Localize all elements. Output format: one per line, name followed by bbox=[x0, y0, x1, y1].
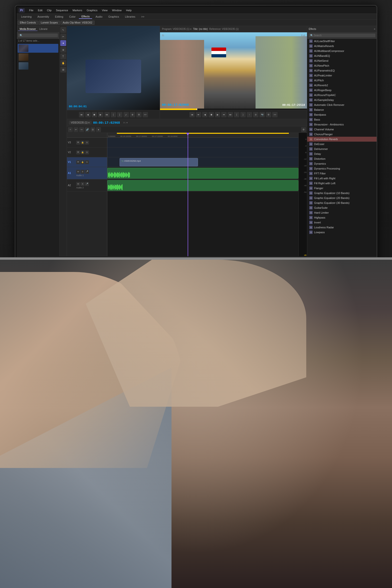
effect-item-aupeaklimiter[interactable]: ⊞ AUPeakLimiter bbox=[307, 73, 377, 78]
search-input[interactable] bbox=[18, 34, 58, 37]
prog-ctrl-extract[interactable]: ⊘ bbox=[253, 112, 258, 117]
ctrl-insert[interactable]: ↙ bbox=[124, 112, 129, 117]
effect-item-bass[interactable]: ⊞ Bass bbox=[307, 117, 377, 122]
audio-clip-a1[interactable] bbox=[107, 168, 298, 178]
workspace-assembly[interactable]: Assembly bbox=[35, 15, 52, 18]
ctrl-settings[interactable]: ⚙ bbox=[136, 112, 142, 117]
effect-item-dynamics-processing[interactable]: ⊞ Dynamics Processing bbox=[307, 166, 377, 171]
effect-item-balance[interactable]: ⊞ Balance bbox=[307, 107, 377, 112]
audio-clip-a2[interactable] bbox=[107, 180, 298, 191]
menu-edit[interactable]: Edit bbox=[36, 8, 44, 12]
prog-ctrl-back-many[interactable]: ⏮ bbox=[190, 112, 195, 117]
ctrl-step-back[interactable]: ⏮ bbox=[79, 112, 84, 117]
tool-pen[interactable]: ✦ bbox=[60, 40, 66, 46]
effect-item-aureverb2[interactable]: ⊞ AUReverb2 bbox=[307, 83, 377, 88]
prog-ctrl-fwd-many[interactable]: ⏭ bbox=[228, 112, 233, 117]
prog-ctrl-mark-out[interactable]: } bbox=[240, 112, 246, 117]
track-row-v1[interactable]: 📹 VIDEO0258.mp4 bbox=[107, 157, 298, 167]
effect-item-aumultiband[interactable]: ⊞ AUMultibandCompressor bbox=[307, 48, 377, 54]
effect-item-aurogerbeep[interactable]: ⊞ AURogerBeep bbox=[307, 88, 377, 92]
effect-item-dehummer[interactable]: ⊞ DeHummer bbox=[307, 146, 377, 152]
effect-item-graphiceq30[interactable]: ⊞ Graphic Equalizer (30 Bands) bbox=[307, 200, 377, 205]
workspace-more[interactable]: >> bbox=[139, 15, 147, 18]
tl-btn-markers[interactable]: ♦ bbox=[96, 127, 101, 132]
tl-btn-snap[interactable]: ⊟ bbox=[90, 127, 95, 132]
tl-btn-link[interactable]: 🔗 bbox=[85, 127, 90, 132]
effect-item-delay[interactable]: ⊞ Delay bbox=[307, 152, 377, 156]
prog-ctrl-settings[interactable]: ⚙ bbox=[266, 112, 271, 117]
v1-sync[interactable]: S bbox=[85, 160, 89, 164]
tl-btn-settings[interactable]: ⚙ bbox=[301, 127, 306, 132]
effect-item-guitarsuite[interactable]: ⊞ GuitarSuite bbox=[307, 205, 377, 210]
effect-item-graphiceq20[interactable]: ⊞ Graphic Equalizer (20 Bands) bbox=[307, 196, 377, 200]
effect-item-lowpass[interactable]: ⊞ Lowpass bbox=[307, 230, 377, 235]
v1-toggle-eye[interactable]: 👁 bbox=[76, 160, 80, 164]
v2-sync[interactable]: S bbox=[85, 150, 89, 154]
v3-toggle-eye[interactable]: 👁 bbox=[76, 141, 80, 144]
tl-btn-add-track[interactable]: + bbox=[68, 127, 73, 132]
v1-lock[interactable]: 🔒 bbox=[80, 160, 84, 164]
media-browser-content[interactable] bbox=[17, 43, 59, 256]
v2-lock[interactable]: 🔒 bbox=[80, 150, 84, 154]
track-row-v2[interactable] bbox=[107, 148, 298, 157]
effect-item-fillleftwithright[interactable]: ⊞ Fill Left with Right bbox=[307, 176, 377, 181]
prog-ctrl-stop[interactable]: ⏹ bbox=[208, 112, 214, 117]
menu-view[interactable]: View bbox=[100, 8, 110, 12]
effect-item-binauraizer[interactable]: ⊞ Binauraizer - Ambisonics bbox=[307, 122, 377, 127]
workspace-learning[interactable]: Learning bbox=[18, 15, 34, 18]
prog-ctrl-mark-in[interactable]: { bbox=[234, 112, 239, 117]
workspace-audio[interactable]: Audio bbox=[93, 15, 105, 18]
effect-item-ausampledelay[interactable]: ⊞ AUSampleDelay bbox=[307, 98, 377, 102]
menu-help[interactable]: Help bbox=[124, 8, 134, 12]
a1-mute[interactable]: M bbox=[76, 170, 80, 174]
v2-toggle-eye[interactable]: 👁 bbox=[76, 150, 80, 154]
tool-razor[interactable]: ✂ bbox=[60, 34, 66, 40]
a2-solo[interactable]: S bbox=[80, 182, 84, 186]
track-row-a2[interactable] bbox=[107, 179, 298, 192]
prog-ctrl-play-back[interactable]: ◀ bbox=[202, 112, 208, 117]
list-item[interactable] bbox=[18, 62, 58, 70]
tool-zoom[interactable]: ⊕ bbox=[60, 47, 66, 53]
track-row-v3[interactable] bbox=[107, 138, 298, 148]
menu-graphics[interactable]: Graphics bbox=[85, 8, 100, 12]
effect-item-chorusflanger[interactable]: ⊞ Chorus/Flanger bbox=[307, 132, 377, 137]
effect-item-highpass[interactable]: ⊞ Highpass bbox=[307, 215, 377, 220]
effect-item-auroundtripaac[interactable]: ⊞ AURoundTripAAC bbox=[307, 92, 377, 98]
effect-item-autoclick[interactable]: ⊞ Automatic Click Remover bbox=[307, 102, 377, 107]
prog-ctrl-play[interactable]: ▶ bbox=[215, 112, 220, 117]
effect-item-hardlimiter[interactable]: ⊞ Hard Limiter bbox=[307, 210, 377, 215]
menu-markers[interactable]: Markers bbox=[70, 8, 84, 12]
tool-type[interactable]: T bbox=[60, 54, 66, 59]
effect-item-aumatrixreverb[interactable]: ⊞ AUMatrixReverb bbox=[307, 44, 377, 48]
tab-lumetri[interactable]: Lumetri Scopes bbox=[38, 20, 60, 25]
ctrl-mark-out[interactable]: } bbox=[117, 112, 122, 117]
effect-item-aulowshelf[interactable]: ⊞ AULowShelfFilter bbox=[307, 39, 377, 44]
effects-list[interactable]: ⊞ AULowShelfFilter ⊞ AUMatrixReverb ⊞ AU… bbox=[307, 39, 377, 256]
menu-sequence[interactable]: Sequence bbox=[54, 8, 70, 12]
a1-solo[interactable]: S bbox=[80, 170, 84, 174]
effects-search-input[interactable] bbox=[309, 34, 375, 37]
effect-item-fftfilter[interactable]: ⊞ FFT Filter bbox=[307, 171, 377, 176]
prog-ctrl-back-one[interactable]: ⬅ bbox=[196, 112, 201, 117]
prog-ctrl-fwd-one[interactable]: ➡ bbox=[221, 112, 226, 117]
workspace-libraries[interactable]: Libraries bbox=[122, 15, 138, 18]
effect-item-dynamics[interactable]: ⊞ Dynamics bbox=[307, 161, 377, 166]
tool-ripple[interactable]: ⊞ bbox=[60, 67, 66, 72]
effect-item-flanger[interactable]: ⊞ Flanger bbox=[307, 186, 377, 190]
video-clip-v1[interactable]: 📹 VIDEO0258.mp4 bbox=[120, 158, 198, 166]
prog-ctrl-camera[interactable]: 📷 bbox=[260, 112, 265, 117]
list-item[interactable] bbox=[18, 44, 58, 53]
effect-item-aupitch[interactable]: ⊞ AUPitch bbox=[307, 78, 377, 83]
effect-item-convolution[interactable]: ⊞ Convolution Reverb bbox=[307, 137, 377, 142]
tl-btn-undo[interactable]: ↩ bbox=[74, 127, 78, 132]
tab-media-browser[interactable]: Media Browser bbox=[18, 28, 38, 31]
effect-item-bandpass[interactable]: ⊞ Bandpass bbox=[307, 112, 377, 117]
a2-mic[interactable]: 🎤 bbox=[85, 182, 89, 186]
menu-clip[interactable]: Clip bbox=[45, 8, 54, 12]
effect-item-auparametriceq[interactable]: ⊞ AUParametricEQ bbox=[307, 68, 377, 73]
playhead[interactable] bbox=[188, 133, 188, 256]
effect-item-graphiceq10[interactable]: ⊞ Graphic Equalizer (10 Bands) bbox=[307, 190, 377, 196]
menu-window[interactable]: Window bbox=[110, 8, 124, 12]
ctrl-more[interactable]: >> bbox=[142, 112, 148, 117]
menu-file[interactable]: File bbox=[27, 8, 36, 12]
